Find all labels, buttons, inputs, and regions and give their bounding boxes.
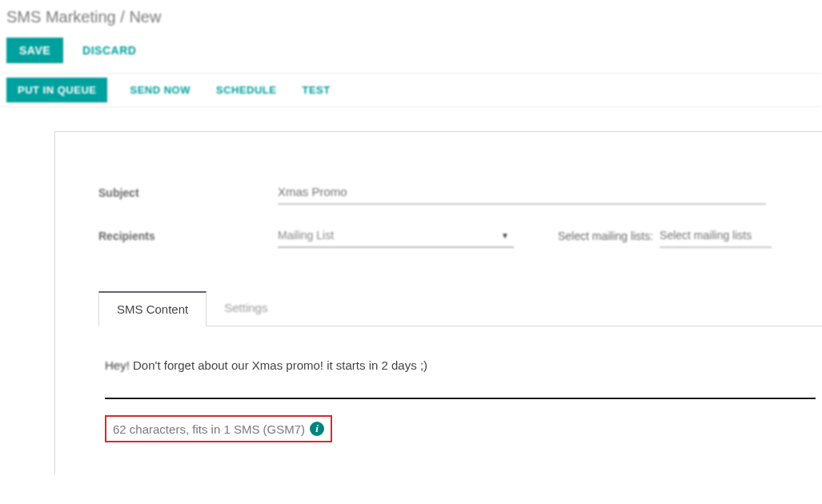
mailing-lists-input[interactable]	[660, 224, 772, 248]
breadcrumb: SMS Marketing / New	[0, 0, 822, 33]
subject-input[interactable]	[278, 180, 766, 205]
tabs: SMS Content Settings	[98, 291, 822, 326]
toolbar-secondary: PUT IN QUEUE SEND NOW SCHEDULE TEST	[0, 73, 822, 107]
sms-content-panel: Hey! Don't forget about our Xmas promo! …	[98, 326, 822, 442]
recipients-row: Recipients Mailing List ▼ Select mailing…	[98, 224, 822, 248]
put-in-queue-button[interactable]: PUT IN QUEUE	[6, 78, 107, 102]
sms-body-rest: Don't forget about our Xmas promo! it st…	[130, 358, 427, 372]
recipients-label: Recipients	[98, 230, 278, 242]
subject-row: Subject	[98, 180, 822, 205]
save-button[interactable]: SAVE	[6, 38, 63, 63]
recipients-select-value: Mailing List	[278, 229, 334, 242]
toolbar-primary: SAVE DISCARD	[0, 33, 822, 73]
char-count-text: 62 characters, fits in 1 SMS (GSM7)	[113, 422, 305, 436]
char-count-highlight: 62 characters, fits in 1 SMS (GSM7) i	[105, 415, 332, 442]
test-button[interactable]: TEST	[299, 78, 333, 102]
chevron-down-icon: ▼	[501, 231, 509, 240]
discard-button[interactable]: DISCARD	[79, 38, 139, 63]
recipients-select[interactable]: Mailing List ▼	[278, 224, 514, 248]
sms-body-first-word: Hey!	[105, 358, 130, 372]
sms-body-input[interactable]: Hey! Don't forget about our Xmas promo! …	[105, 358, 816, 399]
subject-label: Subject	[98, 186, 278, 199]
tab-sms-content[interactable]: SMS Content	[98, 291, 207, 326]
recipients-controls: Mailing List ▼ Select mailing lists:	[278, 224, 822, 248]
send-now-button[interactable]: SEND NOW	[126, 78, 194, 102]
tab-settings[interactable]: Settings	[207, 291, 285, 326]
form-card: Subject Recipients Mailing List ▼ Select…	[54, 131, 822, 474]
info-icon[interactable]: i	[310, 422, 324, 436]
mailing-lists-label: Select mailing lists:	[558, 230, 653, 242]
breadcrumb-text: SMS Marketing / New	[6, 8, 161, 26]
schedule-button[interactable]: SCHEDULE	[213, 78, 280, 102]
